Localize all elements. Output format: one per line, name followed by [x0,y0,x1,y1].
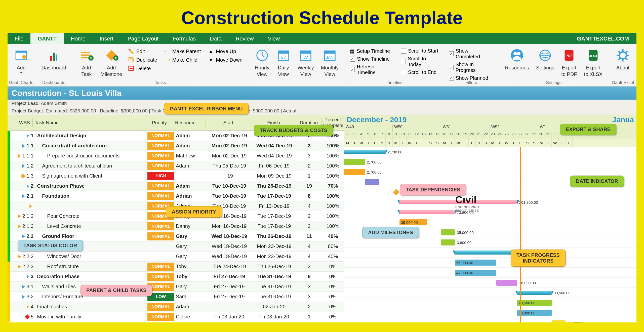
pct-cell[interactable]: 100% [322,173,344,179]
gantt-bar[interactable]: 80,000.00 [517,310,552,316]
task-row[interactable]: 2.1FoundationNORMALAdrianTue 10-Dec-19Tu… [8,191,344,201]
res-cell[interactable]: Gary [174,233,207,239]
expand-icon[interactable] [18,225,21,228]
start-cell[interactable]: Fri 27-Dec-19 [207,294,252,300]
add-task-button[interactable]: Add Task [76,47,97,78]
task-row[interactable]: 2Construction PhaseNORMALAdamTue 10-Dec-… [8,181,344,191]
refresh-timeline-check[interactable]: ✓Refresh Timeline [348,63,394,76]
finish-cell[interactable]: Tue 31-Dec-19 [252,284,297,289]
dur-cell[interactable]: 1 [297,314,321,320]
res-cell[interactable]: Adam [174,133,207,139]
pct-cell[interactable]: 0% [322,294,344,300]
expand-icon[interactable] [18,154,21,158]
wbs-cell[interactable]: 3 [10,274,35,279]
show-completed-check[interactable]: ✓Show Completed [447,47,495,60]
task-row[interactable]: 3Decoration PhaseNORMALTobyFri 27-Dec-19… [8,272,344,282]
priority-badge[interactable]: NORMAL [147,182,174,190]
dur-cell[interactable]: 3 [297,143,321,149]
start-cell[interactable]: Mon 16-Dec-19 [207,223,252,229]
task-name-cell[interactable]: Level Concrete [35,223,147,229]
dur-cell[interactable]: 4 [297,203,321,209]
finish-cell[interactable]: Tue 17-Dec-19 [252,213,297,219]
gantt-milestone[interactable] [393,189,399,195]
wbs-cell[interactable]: 2.1.3 [10,223,35,229]
wbs-cell[interactable]: 2 [10,183,35,189]
pct-cell[interactable]: 0% [322,264,344,269]
res-cell[interactable]: Adam [174,183,207,189]
gantt-bar[interactable]: 65,000.00 [455,260,496,266]
task-row[interactable]: 2.2.3Roof structureNORMALTobyTue 24-Dec-… [8,262,344,272]
gantt-bar[interactable]: 128,000.00 [455,251,517,255]
pct-cell[interactable]: 100% [322,193,344,199]
start-cell[interactable]: Mon 02-Dec-19 [207,133,252,139]
priority-badge[interactable]: NORMAL [147,263,174,271]
start-cell[interactable]: Thu 05-Dec-19 [207,163,252,169]
wbs-cell[interactable] [10,204,35,208]
task-row[interactable]: 1.2Agreement to architectural planNORMAL… [8,161,344,171]
res-cell[interactable]: Gary [174,284,207,289]
pct-cell[interactable]: 100% [322,143,344,149]
ribbon-tab-view[interactable]: View [261,33,287,44]
task-name-cell[interactable]: Decoration Phase [35,274,147,279]
make-parent-button[interactable]: Make Parent [162,47,203,55]
priority-badge[interactable]: NORMAL [147,232,174,240]
finish-cell[interactable]: Tue 31-Dec-19 [252,294,297,300]
dur-cell[interactable]: 3 [297,153,321,159]
finish-cell[interactable]: Mon 09-Dec-19 [252,173,297,179]
wbs-cell[interactable]: 5 [10,314,35,320]
wbs-cell[interactable]: 1.1.1 [10,153,35,159]
dashboard-button[interactable]: Dashboard [38,47,70,72]
expand-icon[interactable] [18,255,21,258]
finish-cell[interactable]: Mon 23-Dec-19 [252,243,297,249]
finish-cell[interactable]: Fri 03-Jan-20 [252,314,297,320]
ribbon-tab-formulas[interactable]: Formulas [166,33,203,44]
priority-badge[interactable]: NORMAL [147,162,174,170]
expand-icon[interactable] [27,275,29,278]
show-inprogress-check[interactable]: ✓Show In Progress [447,61,495,74]
task-row[interactable]: 1.1.1Prepare construction documentsNORMA… [8,151,344,161]
pct-cell[interactable]: 70% [322,183,344,189]
start-cell[interactable]: Tue 10-Dec-19 [207,183,252,189]
pct-cell[interactable]: 100% [322,153,344,159]
dur-cell[interactable]: 3 [297,284,321,289]
task-name-cell[interactable]: Roof structure [35,264,147,269]
finish-cell[interactable]: Tue 17-Dec-19 [252,223,297,229]
start-cell[interactable]: Fri 27-Dec-19 [207,274,252,279]
res-cell[interactable]: Gary [174,243,207,249]
task-name-cell[interactable]: Move in with Family [35,314,147,320]
task-row[interactable]: 2.2.2Windows/ DoorGaryWed 18-Dec-19Mon 2… [8,252,344,262]
gantt-bar[interactable]: 35,000.00 [441,229,455,235]
daily-view-button[interactable]: 27Daily View [273,47,294,78]
start-cell[interactable]: Wed 18-Dec-19 [207,243,252,249]
priority-badge[interactable]: NORMAL [147,142,174,150]
edit-button[interactable]: ✏️Edit [126,47,159,55]
finish-cell[interactable]: Mon 23-Dec-19 [252,254,297,259]
make-child-button[interactable]: Make Child [162,56,203,64]
wbs-cell[interactable]: 2.2.3 [10,264,35,269]
dur-cell[interactable]: 11 [297,233,321,239]
finish-cell[interactable]: Fri 06-Dec-19 [252,163,297,169]
expand-icon[interactable] [27,184,29,188]
start-cell[interactable]: Fri 03-Jan-20 [207,314,252,320]
dur-cell[interactable]: 4 [297,243,321,249]
res-cell[interactable]: Gary [174,254,207,259]
expand-icon[interactable] [22,194,25,198]
pct-cell[interactable]: 100% [322,223,344,229]
ribbon-tab-insert[interactable]: Insert [93,33,120,44]
gantt-bar[interactable]: 2,700.00 [344,169,365,175]
task-row[interactable]: 2.1.3Level ConcreteNORMALDannyMon 16-Dec… [8,221,344,231]
pct-cell[interactable]: 100% [322,203,344,209]
task-name-cell[interactable]: Agreement to architectural plan [35,163,147,169]
wbs-cell[interactable]: 2.1 [10,193,35,199]
expand-icon[interactable] [22,285,25,288]
hourly-view-button[interactable]: Hourly View [251,47,273,78]
pct-cell[interactable]: 40% [322,233,344,239]
task-name-cell[interactable]: Prepare construction documents [35,153,147,159]
gantt-bar[interactable]: 2,700.00 [344,150,386,154]
expand-icon[interactable] [29,204,32,208]
res-cell[interactable]: Adrian [174,193,207,199]
expand-icon[interactable] [27,134,29,138]
finish-cell[interactable]: 02-Jan-20 [252,304,297,310]
expand-icon[interactable] [18,265,21,268]
task-row[interactable]: 1.1Create draft of architectureNORMALAda… [8,141,344,151]
